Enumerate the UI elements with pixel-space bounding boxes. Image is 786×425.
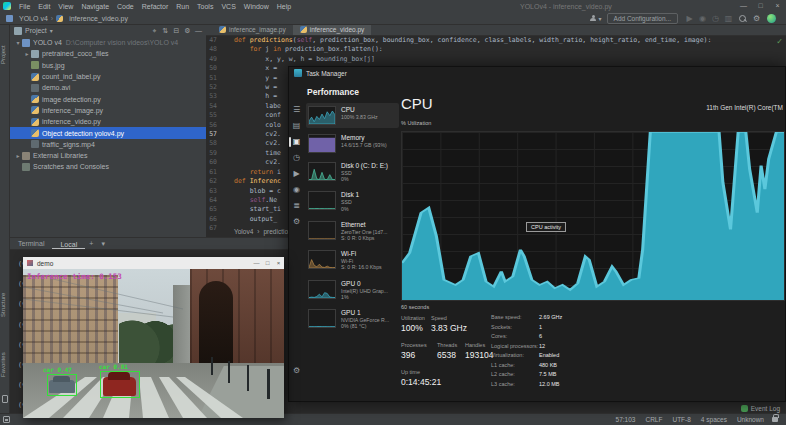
coverage-icon[interactable]: ◉ — [696, 12, 709, 25]
menu-help[interactable]: Help — [273, 3, 295, 10]
locate-icon[interactable]: ⌖ — [149, 27, 160, 35]
tree-item-image-detection-py[interactable]: image detection.py — [10, 93, 206, 104]
tm-sidebar-ethernet[interactable]: EthernetZeroTier One [1d7...S: 0 R: 0 Kb… — [306, 218, 399, 244]
tool-window-tab-structure[interactable]: Structure — [0, 280, 10, 330]
project-icon — [14, 27, 22, 35]
tree-item-scratches-and-consoles[interactable]: Scratches and Consoles — [10, 161, 206, 172]
menu-vcs[interactable]: VCS — [217, 3, 239, 10]
expander-icon[interactable]: ▸ — [14, 152, 22, 159]
tm-sidebar-cpu[interactable]: CPU100% 3.83 GHz — [306, 103, 399, 128]
user-icon[interactable] — [590, 15, 597, 22]
expander-icon[interactable]: ▾ — [14, 39, 22, 46]
breadcrumb-class[interactable]: Yolov4 — [234, 228, 253, 235]
tree-item-bus-jpg[interactable]: bus.jpg — [10, 60, 206, 71]
tree-item-traffic-signs-mp4[interactable]: traffic_signs.mp4 — [10, 139, 206, 150]
maximize-icon[interactable]: □ — [262, 257, 273, 269]
tm-sidebar-disk-0-c-d-e[interactable]: Disk 0 (C: D: E:)SSD0% — [306, 159, 399, 185]
maximize-icon[interactable]: □ — [752, 0, 769, 12]
tool-window-tab-favorites[interactable]: Favorites — [0, 340, 10, 390]
tm-sidebar-memory[interactable]: Memory14.6/15.7 GB (93%) — [306, 131, 399, 156]
tm-sidebar-gpu-0[interactable]: GPU 0Intel(R) UHD Grap...1% — [306, 277, 399, 303]
search-icon[interactable] — [738, 14, 747, 23]
lock-icon[interactable] — [772, 417, 778, 422]
menu-icon[interactable]: ☰ — [289, 105, 304, 115]
profiler-icon[interactable]: ◷ — [709, 12, 722, 25]
processes-icon[interactable]: ▤ — [289, 121, 304, 131]
collapse-all-icon[interactable]: ⊟ — [171, 27, 182, 35]
stat-label: Base speed: — [491, 314, 539, 320]
performance-icon[interactable]: ▣ — [289, 137, 304, 147]
tool-window-tab-project[interactable]: Project — [0, 35, 10, 75]
stat-row-l1-cache: L1 cache:480 KB — [491, 362, 557, 368]
menu-window[interactable]: Window — [240, 3, 273, 10]
tree-item-yolo-v4[interactable]: ▾YOLO v4D:\Computer vision videos\YOLO v… — [10, 37, 206, 48]
tree-item-object-detection-yolov4-py[interactable]: Object detection yolov4.py — [10, 127, 206, 138]
stat-label-up-time: Up time — [401, 369, 420, 375]
terminal-title[interactable]: Terminal — [10, 240, 52, 247]
grid-icon[interactable]: ▥ — [722, 12, 735, 25]
settings-gear-icon[interactable]: ⚙ — [289, 366, 304, 375]
menu-edit[interactable]: Edit — [34, 3, 54, 10]
tm-sidebar-sub: S: 0 R: 0 Kbps — [341, 235, 388, 241]
breadcrumb-project[interactable]: YOLO v4 — [19, 15, 48, 22]
status-item-4[interactable]: Unknown — [737, 416, 764, 423]
tab-inference-image-py[interactable]: inference_image.py — [212, 24, 293, 35]
tree-item-inference-image-py[interactable]: inference_image.py — [10, 105, 206, 116]
terminal-tab-local[interactable]: Local — [52, 238, 85, 249]
chevron-down-icon[interactable]: ▾ — [97, 240, 109, 248]
status-item-2[interactable]: UTF-8 — [672, 416, 690, 423]
expander-icon[interactable]: ▸ — [23, 50, 31, 57]
users-icon[interactable]: ◉ — [289, 185, 304, 195]
menu-navigate[interactable]: Navigate — [77, 3, 113, 10]
tm-sidebar-wi-fi[interactable]: Wi-FiWi-FiS: 0 R: 16.0 Kbps — [306, 247, 399, 273]
tab-inference-video-py[interactable]: inference_video.py — [293, 24, 372, 35]
event-log-button[interactable]: Event Log — [741, 405, 780, 412]
close-icon[interactable]: × — [769, 0, 786, 12]
status-item-1[interactable]: CRLF — [645, 416, 662, 423]
details-icon[interactable]: ≣ — [289, 201, 304, 211]
close-icon[interactable]: × — [273, 257, 284, 269]
status-item-0[interactable]: 57:103 — [616, 416, 636, 423]
menu-view[interactable]: View — [54, 3, 77, 10]
project-panel-title[interactable]: Project — [25, 27, 47, 34]
terminal-strip-icon[interactable] — [2, 395, 8, 403]
menu-tools[interactable]: Tools — [193, 3, 217, 10]
services-icon[interactable]: ⚙ — [289, 217, 304, 227]
minimize-icon[interactable]: — — [735, 0, 752, 12]
tree-item-demo-avi[interactable]: demo.avi — [10, 82, 206, 93]
tree-item-label: demo.avi — [42, 84, 70, 91]
gear-icon[interactable]: ⚙ — [182, 27, 193, 35]
minimize-icon[interactable]: — — [251, 257, 262, 269]
tm-sidebar-disk-1[interactable]: Disk 1SSD0% — [306, 188, 399, 214]
add-configuration-button[interactable]: Add Configuration... — [607, 13, 678, 24]
settings-gear-icon[interactable]: ⚙ — [750, 12, 763, 25]
utilization-axis-label: % Utilization — [401, 120, 431, 126]
tree-item-external-libraries[interactable]: ▸External Libraries — [10, 150, 206, 161]
demo-titlebar[interactable]: demo — □ × — [23, 257, 284, 269]
expand-collapse-icon[interactable]: ⇅ — [160, 27, 171, 35]
new-session-plus-icon[interactable]: + — [85, 240, 97, 247]
tm-sidebar-gpu-1[interactable]: GPU 1NVIDIA GeForce R...0% (81 °C) — [306, 306, 399, 332]
menu-refactor[interactable]: Refactor — [138, 3, 172, 10]
tm-sidebar-name: GPU 1 — [341, 309, 389, 317]
code-line: x, y, w, h = bounding_box[j] — [234, 55, 778, 64]
tree-item-count-ind-label-py[interactable]: count_ind_label.py — [10, 71, 206, 82]
code-segment — [234, 196, 250, 204]
app-history-icon[interactable]: ◷ — [289, 153, 304, 163]
breadcrumb-file[interactable]: inference_video.py — [69, 15, 128, 22]
menu-file[interactable]: File — [15, 3, 34, 10]
hide-panel-icon[interactable]: — — [193, 27, 204, 35]
tool-window-switcher-icon[interactable] — [3, 416, 10, 423]
avatar[interactable] — [767, 14, 776, 23]
run-icon[interactable]: ▶ — [683, 12, 696, 25]
tree-item-inference-video-py[interactable]: inference_video.py — [10, 116, 206, 127]
tm-sidebar-text: Wi-FiWi-FiS: 0 R: 16.0 Kbps — [341, 250, 382, 270]
status-item-3[interactable]: 4 spaces — [701, 416, 727, 423]
chevron-down-icon[interactable]: ▾ — [599, 15, 602, 22]
chevron-down-icon[interactable]: ▾ — [50, 27, 53, 34]
tree-item-pretrained-coco-files[interactable]: ▸pretrained_coco_files — [10, 48, 206, 59]
bollard — [267, 369, 270, 399]
menu-run[interactable]: Run — [172, 3, 193, 10]
startup-apps-icon[interactable]: ▶ — [289, 169, 304, 179]
menu-code[interactable]: Code — [113, 3, 138, 10]
